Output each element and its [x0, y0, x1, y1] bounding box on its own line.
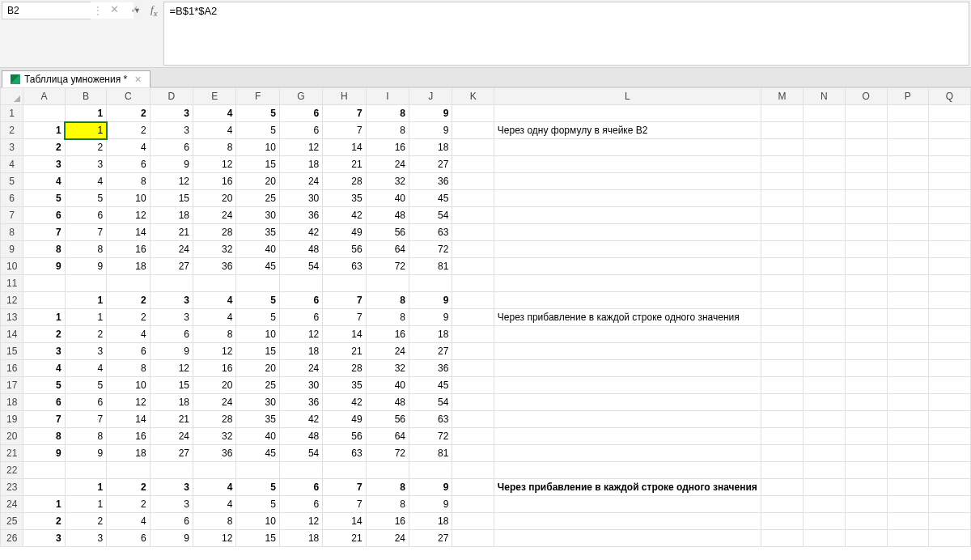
col-header-N[interactable]: N	[803, 88, 845, 105]
col-header-F[interactable]: F	[236, 88, 279, 105]
spreadsheet-grid[interactable]: ABCDEFGHIJKLMNOPQ112345678921123456789Че…	[0, 87, 971, 547]
cell-K11[interactable]	[452, 275, 494, 292]
cell-G21[interactable]: 54	[279, 445, 322, 462]
cell-A15[interactable]: 3	[23, 343, 65, 360]
cell-L1[interactable]	[494, 105, 761, 122]
cell-J1[interactable]: 9	[409, 105, 452, 122]
cell-J11[interactable]	[409, 275, 452, 292]
cell-K5[interactable]	[452, 173, 494, 190]
cell-P25[interactable]	[887, 513, 928, 530]
cell-D9[interactable]: 24	[150, 241, 193, 258]
cell-L22[interactable]	[494, 462, 761, 479]
cell-F16[interactable]: 20	[236, 360, 279, 377]
cell-L6[interactable]	[494, 190, 761, 207]
cell-B13[interactable]: 1	[65, 309, 106, 326]
cell-N26[interactable]	[803, 530, 845, 547]
cell-D17[interactable]: 15	[150, 377, 193, 394]
row-header-25[interactable]: 25	[1, 513, 23, 530]
cell-M17[interactable]	[761, 377, 803, 394]
cell-N22[interactable]	[803, 462, 845, 479]
cell-J21[interactable]: 81	[409, 445, 452, 462]
cell-K12[interactable]	[452, 292, 494, 309]
col-header-O[interactable]: O	[845, 88, 887, 105]
cell-H25[interactable]: 14	[323, 513, 366, 530]
cell-H13[interactable]: 7	[323, 309, 366, 326]
cell-O21[interactable]	[845, 445, 887, 462]
cell-C23[interactable]: 2	[107, 479, 150, 496]
cell-I1[interactable]: 8	[366, 105, 409, 122]
cell-E24[interactable]: 4	[193, 496, 236, 513]
cell-P23[interactable]	[887, 479, 928, 496]
cell-A4[interactable]: 3	[23, 156, 65, 173]
cell-E21[interactable]: 36	[193, 445, 236, 462]
cell-H9[interactable]: 56	[323, 241, 366, 258]
row-header-7[interactable]: 7	[1, 207, 23, 224]
cell-P16[interactable]	[887, 360, 928, 377]
cell-D23[interactable]: 3	[150, 479, 193, 496]
cell-M4[interactable]	[761, 156, 803, 173]
cell-G20[interactable]: 48	[279, 428, 322, 445]
cell-H18[interactable]: 42	[323, 394, 366, 411]
cell-L2[interactable]: Через одну формулу в ячейке B2	[494, 122, 761, 139]
row-header-18[interactable]: 18	[1, 394, 23, 411]
cell-G11[interactable]	[279, 275, 322, 292]
cell-Q24[interactable]	[928, 496, 970, 513]
cell-Q23[interactable]	[928, 479, 970, 496]
cell-J17[interactable]: 45	[409, 377, 452, 394]
row-header-21[interactable]: 21	[1, 445, 23, 462]
cell-Q6[interactable]	[928, 190, 970, 207]
cell-D7[interactable]: 18	[150, 207, 193, 224]
cell-G16[interactable]: 24	[279, 360, 322, 377]
cell-A13[interactable]: 1	[23, 309, 65, 326]
cell-O3[interactable]	[845, 139, 887, 156]
cell-D3[interactable]: 6	[150, 139, 193, 156]
cell-O10[interactable]	[845, 258, 887, 275]
cell-C6[interactable]: 10	[107, 190, 150, 207]
cell-O2[interactable]	[845, 122, 887, 139]
cell-P5[interactable]	[887, 173, 928, 190]
cell-D15[interactable]: 9	[150, 343, 193, 360]
cell-N13[interactable]	[803, 309, 845, 326]
cell-J10[interactable]: 81	[409, 258, 452, 275]
cell-B8[interactable]: 7	[65, 224, 106, 241]
cell-A16[interactable]: 4	[23, 360, 65, 377]
cell-K2[interactable]	[452, 122, 494, 139]
cell-M25[interactable]	[761, 513, 803, 530]
cell-H5[interactable]: 28	[323, 173, 366, 190]
cell-G3[interactable]: 12	[279, 139, 322, 156]
cell-I18[interactable]: 48	[366, 394, 409, 411]
cell-B10[interactable]: 9	[65, 258, 106, 275]
cell-O24[interactable]	[845, 496, 887, 513]
cell-M18[interactable]	[761, 394, 803, 411]
cell-N24[interactable]	[803, 496, 845, 513]
row-header-24[interactable]: 24	[1, 496, 23, 513]
cell-F22[interactable]	[236, 462, 279, 479]
cell-B11[interactable]	[65, 275, 106, 292]
cell-G5[interactable]: 24	[279, 173, 322, 190]
cell-C7[interactable]: 12	[107, 207, 150, 224]
cell-O18[interactable]	[845, 394, 887, 411]
cell-L20[interactable]	[494, 428, 761, 445]
cell-C19[interactable]: 14	[107, 411, 150, 428]
cell-C14[interactable]: 4	[107, 326, 150, 343]
row-header-19[interactable]: 19	[1, 411, 23, 428]
cell-M7[interactable]	[761, 207, 803, 224]
cell-B25[interactable]: 2	[65, 513, 106, 530]
cell-F3[interactable]: 10	[236, 139, 279, 156]
cell-P1[interactable]	[887, 105, 928, 122]
cell-C17[interactable]: 10	[107, 377, 150, 394]
cell-I19[interactable]: 56	[366, 411, 409, 428]
cell-P6[interactable]	[887, 190, 928, 207]
cell-O26[interactable]	[845, 530, 887, 547]
cell-Q14[interactable]	[928, 326, 970, 343]
cell-D22[interactable]	[150, 462, 193, 479]
cell-G26[interactable]: 18	[279, 530, 322, 547]
cell-G12[interactable]: 6	[279, 292, 322, 309]
cell-A18[interactable]: 6	[23, 394, 65, 411]
cell-M26[interactable]	[761, 530, 803, 547]
cell-G22[interactable]	[279, 462, 322, 479]
cell-M19[interactable]	[761, 411, 803, 428]
cell-E6[interactable]: 20	[193, 190, 236, 207]
cell-E7[interactable]: 24	[193, 207, 236, 224]
cell-E17[interactable]: 20	[193, 377, 236, 394]
